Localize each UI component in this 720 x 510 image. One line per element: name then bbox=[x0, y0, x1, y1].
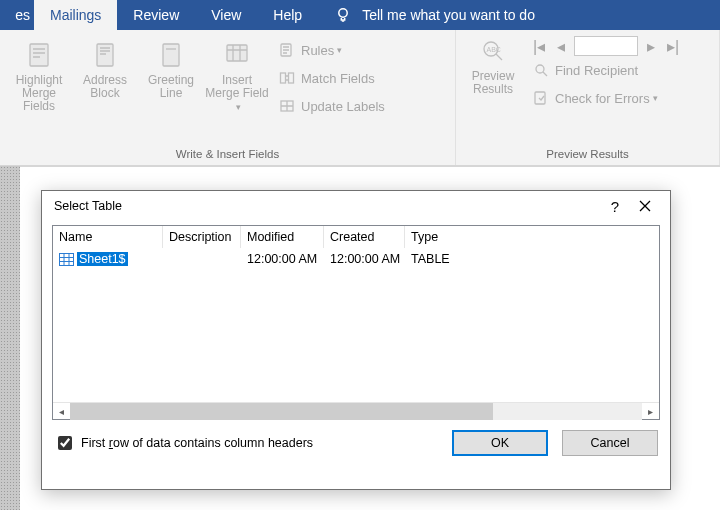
group-label-write-insert: Write & Insert Fields bbox=[0, 145, 455, 165]
greeting-line-label: Greeting Line bbox=[138, 74, 204, 100]
greeting-line-button[interactable]: Greeting Line bbox=[138, 34, 204, 100]
tab-partial-left: es bbox=[0, 0, 34, 30]
check-errors-label: Check for Errors bbox=[555, 91, 650, 106]
horizontal-scrollbar[interactable]: ◂ ▸ bbox=[53, 402, 659, 419]
col-type[interactable]: Type bbox=[405, 226, 659, 248]
tell-me-label: Tell me what you want to do bbox=[362, 7, 535, 23]
svg-text:ABC: ABC bbox=[487, 46, 501, 53]
record-number-field[interactable] bbox=[574, 36, 638, 56]
check-errors-icon bbox=[532, 89, 550, 107]
preview-results-button[interactable]: ABC Preview Results bbox=[462, 30, 524, 110]
next-record-button[interactable]: ▸ bbox=[642, 37, 660, 55]
address-block-label: Address Block bbox=[72, 74, 138, 100]
rules-label: Rules bbox=[301, 43, 334, 58]
cancel-button[interactable]: Cancel bbox=[562, 430, 658, 456]
chevron-down-icon: ▾ bbox=[337, 45, 342, 55]
tab-mailings[interactable]: Mailings bbox=[34, 0, 117, 30]
first-row-headers-label: First row of data contains column header… bbox=[81, 436, 313, 450]
group-write-insert: Highlight Merge Fields Address Block Gre… bbox=[0, 30, 456, 165]
match-fields-button[interactable]: Match Fields bbox=[274, 66, 389, 90]
insert-merge-field-button[interactable]: Insert Merge Field ▾ bbox=[204, 34, 270, 114]
last-record-button[interactable]: ▸| bbox=[664, 37, 682, 55]
prev-record-button[interactable]: ◂ bbox=[552, 37, 570, 55]
first-row-headers-checkbox[interactable]: First row of data contains column header… bbox=[54, 433, 313, 453]
rules-button[interactable]: Rules▾ bbox=[274, 38, 389, 62]
group-label-preview: Preview Results bbox=[456, 145, 719, 165]
svg-point-0 bbox=[339, 9, 347, 17]
highlight-merge-fields-button[interactable]: Highlight Merge Fields bbox=[6, 34, 72, 113]
address-block-button[interactable]: Address Block bbox=[72, 34, 138, 100]
svg-rect-13 bbox=[60, 253, 74, 265]
match-fields-icon bbox=[278, 69, 296, 87]
chevron-down-icon: ▾ bbox=[236, 102, 241, 112]
preview-results-icon: ABC bbox=[476, 34, 510, 68]
first-record-button[interactable]: |◂ bbox=[530, 37, 548, 55]
dialog-help-button[interactable]: ? bbox=[600, 198, 630, 215]
find-recipient-label: Find Recipient bbox=[555, 63, 638, 78]
find-recipient-button[interactable]: Find Recipient bbox=[528, 58, 684, 82]
col-created[interactable]: Created bbox=[324, 226, 405, 248]
svg-rect-2 bbox=[97, 44, 113, 66]
cell-name: Sheet1$ bbox=[77, 252, 128, 266]
update-labels-label: Update Labels bbox=[301, 99, 385, 114]
svg-rect-3 bbox=[163, 44, 179, 66]
group-preview-results: ABC Preview Results |◂ ◂ ▸ ▸| bbox=[456, 30, 720, 165]
scroll-left-button[interactable]: ◂ bbox=[53, 403, 70, 420]
ribbon-body: Highlight Merge Fields Address Block Gre… bbox=[0, 30, 720, 166]
chevron-down-icon: ▾ bbox=[653, 93, 658, 103]
close-icon bbox=[639, 200, 651, 212]
scroll-right-button[interactable]: ▸ bbox=[642, 403, 659, 420]
highlight-label: Highlight Merge Fields bbox=[6, 74, 72, 113]
tell-me-search[interactable]: Tell me what you want to do bbox=[334, 0, 535, 30]
cell-type: TABLE bbox=[405, 252, 659, 266]
table-row[interactable]: Sheet1$ 12:00:00 AM 12:00:00 AM TABLE bbox=[53, 248, 659, 268]
svg-point-11 bbox=[536, 65, 544, 73]
col-name[interactable]: Name bbox=[53, 226, 163, 248]
tab-review[interactable]: Review bbox=[117, 0, 195, 30]
select-table-dialog: Select Table ? Name Description Modified… bbox=[41, 190, 671, 490]
cell-modified: 12:00:00 AM bbox=[241, 252, 324, 266]
svg-rect-7 bbox=[289, 73, 294, 83]
lightbulb-icon bbox=[334, 6, 352, 24]
ok-button[interactable]: OK bbox=[452, 430, 548, 456]
check-errors-button[interactable]: Check for Errors▾ bbox=[528, 86, 684, 110]
scroll-thumb[interactable] bbox=[70, 403, 493, 420]
sheet-icon bbox=[59, 253, 74, 266]
svg-rect-1 bbox=[30, 44, 48, 66]
insert-merge-label: Insert Merge Field ▾ bbox=[204, 74, 270, 114]
table-header-row: Name Description Modified Created Type bbox=[53, 226, 659, 248]
update-labels-button[interactable]: Update Labels bbox=[274, 94, 389, 118]
greeting-line-icon bbox=[154, 38, 188, 72]
svg-rect-6 bbox=[281, 73, 286, 83]
dialog-close-button[interactable] bbox=[630, 198, 660, 215]
cell-created: 12:00:00 AM bbox=[324, 252, 405, 266]
scroll-track[interactable] bbox=[70, 403, 642, 420]
tab-help[interactable]: Help bbox=[257, 0, 318, 30]
table-list[interactable]: Name Description Modified Created Type S… bbox=[52, 225, 660, 420]
insert-merge-icon bbox=[220, 38, 254, 72]
document-gutter bbox=[0, 166, 20, 510]
tab-view[interactable]: View bbox=[195, 0, 257, 30]
rules-icon bbox=[278, 41, 296, 59]
col-description[interactable]: Description bbox=[163, 226, 241, 248]
address-block-icon bbox=[88, 38, 122, 72]
svg-rect-4 bbox=[227, 45, 247, 61]
first-row-headers-input[interactable] bbox=[58, 436, 72, 450]
col-modified[interactable]: Modified bbox=[241, 226, 324, 248]
ribbon-tabstrip: es Mailings Review View Help Tell me wha… bbox=[0, 0, 720, 30]
preview-results-label: Preview Results bbox=[462, 70, 524, 96]
update-labels-icon bbox=[278, 97, 296, 115]
match-fields-label: Match Fields bbox=[301, 71, 375, 86]
highlight-icon bbox=[22, 38, 56, 72]
svg-rect-12 bbox=[535, 92, 545, 104]
search-icon bbox=[532, 61, 550, 79]
dialog-title: Select Table bbox=[54, 199, 600, 213]
